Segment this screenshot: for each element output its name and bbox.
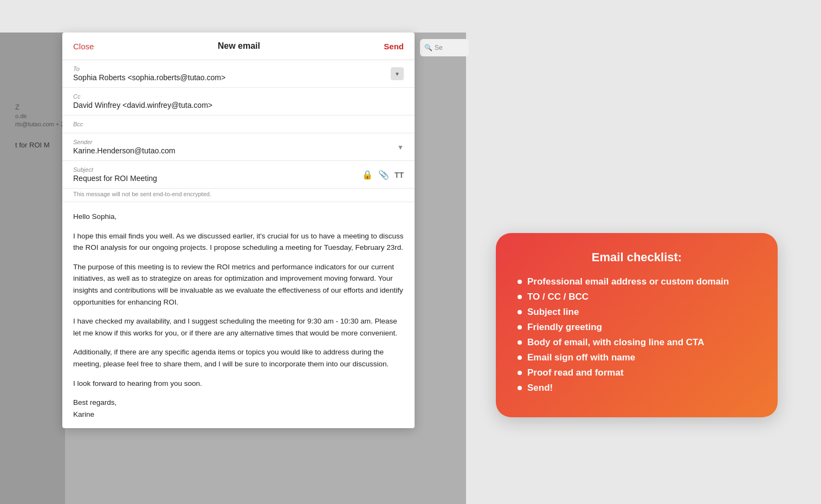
bullet-icon (518, 325, 522, 329)
email-compose-window: Close New email Send To Sophia Roberts <… (62, 33, 415, 428)
to-expand-button[interactable]: ▼ (391, 67, 404, 80)
attachment-icon[interactable]: 📎 (378, 170, 389, 180)
subject-label: Subject (73, 166, 404, 173)
subject-icons-group: 🔒 📎 TT (362, 170, 404, 180)
checklist-item-text: Send! (527, 383, 553, 393)
sidebar-email1: o.de (15, 113, 27, 119)
bullet-icon (518, 340, 522, 345)
sidebar-email2: rts@tutao.com + 2 (15, 121, 64, 127)
bullet-icon (518, 280, 522, 284)
cc-label: Cc (73, 93, 404, 100)
encryption-notice: This message will not be sent end-to-end… (62, 189, 415, 202)
checklist-item-text: Professional email address or custom dom… (527, 276, 729, 287)
send-button[interactable]: Send (384, 42, 404, 51)
sidebar-subject: t for ROI M (15, 141, 50, 149)
sidebar-letter: Z (15, 103, 20, 111)
to-label: To (73, 66, 404, 72)
email-paragraph-3: I have checked my availability, and I su… (73, 315, 404, 339)
sender-field-row: Sender Karine.Henderson@tutao.com ▼ (62, 133, 415, 161)
compose-title: New email (218, 41, 260, 51)
search-placeholder: Se (435, 44, 443, 51)
cc-field-row: Cc David Winfrey <david.winfrey@tuta.com… (62, 88, 415, 115)
bullet-icon (518, 371, 522, 375)
email-paragraph-4: Additionally, if there are any specific … (73, 346, 404, 370)
search-icon: 🔍 (424, 44, 432, 51)
checklist-item: Friendly greeting (518, 322, 756, 333)
lock-icon: 🔒 (362, 170, 373, 180)
bullet-icon (518, 386, 522, 390)
checklist-item: Professional email address or custom dom… (518, 276, 756, 287)
chevron-down-sender-icon: ▼ (397, 144, 404, 151)
email-signoff-text: Best regards, (73, 398, 117, 406)
email-paragraph-5: I look forward to hearing from you soon. (73, 378, 404, 390)
to-field-row: To Sophia Roberts <sophia.roberts@tutao.… (62, 60, 415, 88)
email-greeting: Hello Sophia, (73, 211, 404, 223)
checklist-item-text: Proof read and format (527, 367, 624, 378)
checklist-item: Subject line (518, 307, 756, 318)
subject-value[interactable]: Request for ROI Meeting (73, 174, 404, 183)
email-body[interactable]: Hello Sophia, I hope this email finds yo… (62, 202, 415, 424)
sidebar-list: Z o.de rts@tutao.com + 2 t for ROI M (0, 33, 65, 504)
text-format-icon[interactable]: TT (395, 170, 404, 179)
checklist-item-text: Friendly greeting (527, 322, 602, 333)
checklist-item: TO / CC / BCC (518, 292, 756, 302)
bullet-icon (518, 310, 522, 314)
email-paragraph-1: I hope this email finds you well. As we … (73, 230, 404, 254)
checklist-item-text: Body of email, with closing line and CTA (527, 337, 704, 348)
checklist-item: Body of email, with closing line and CTA (518, 337, 756, 348)
checklist-item: Email sign off with name (518, 352, 756, 363)
checklist-item-text: TO / CC / BCC (527, 292, 589, 302)
email-signoff-name: Karine (73, 410, 94, 418)
checklist-item-text: Email sign off with name (527, 352, 635, 363)
subject-field-row: Subject Request for ROI Meeting 🔒 📎 TT (62, 161, 415, 189)
email-paragraph-2: The purpose of this meeting is to review… (73, 261, 404, 308)
sender-value[interactable]: Karine.Henderson@tutao.com (73, 146, 404, 155)
email-checklist-card: Email checklist: Professional email addr… (496, 233, 778, 417)
close-button[interactable]: Close (73, 42, 94, 51)
bcc-label: Bcc (73, 121, 404, 127)
bcc-field-row: Bcc (62, 115, 415, 133)
sender-dropdown-icon[interactable]: ▼ (397, 142, 404, 152)
checklist-item: Proof read and format (518, 367, 756, 378)
checklist-title: Email checklist: (518, 250, 756, 264)
bullet-icon (518, 295, 522, 299)
email-signoff: Best regards, Karine (73, 397, 404, 420)
compose-header: Close New email Send (62, 33, 415, 60)
checklist-item-text: Subject line (527, 307, 579, 318)
chevron-down-icon: ▼ (395, 71, 400, 77)
checklist-item: Send! (518, 383, 756, 393)
cc-value[interactable]: David Winfrey <david.winfrey@tuta.com> (73, 101, 404, 109)
sender-label: Sender (73, 139, 404, 145)
checklist-list: Professional email address or custom dom… (518, 276, 756, 393)
search-bar[interactable]: 🔍 Se (420, 39, 469, 56)
to-value[interactable]: Sophia Roberts <sophia.roberts@tutao.com… (73, 73, 404, 82)
bullet-icon (518, 356, 522, 360)
